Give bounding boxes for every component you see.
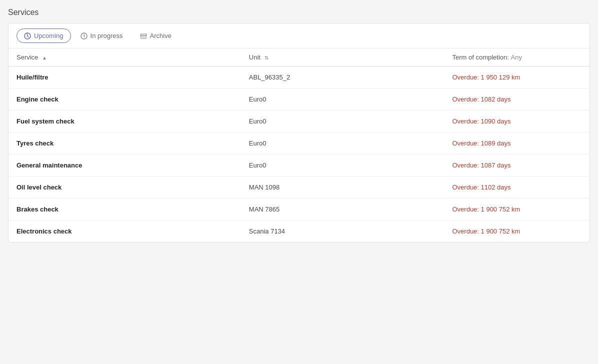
upcoming-icon bbox=[24, 32, 31, 40]
sort-icon: ▲ bbox=[42, 55, 47, 60]
term-cell: Overdue: 1 950 129 km bbox=[444, 66, 590, 88]
service-cell: Huile/filtre bbox=[8, 66, 241, 88]
filter-icon: ⇅ bbox=[264, 55, 268, 60]
unit-name: Euro0 bbox=[249, 162, 266, 169]
tab-bar: Upcoming In progress Archive bbox=[8, 24, 590, 48]
service-name: Oil level check bbox=[16, 184, 62, 191]
unit-cell: Euro0 bbox=[241, 110, 444, 132]
table-row: Huile/filtre ABL_96335_2 Overdue: 1 950 … bbox=[8, 66, 590, 88]
unit-name: Euro0 bbox=[249, 96, 266, 103]
unit-cell: ABL_96335_2 bbox=[241, 66, 444, 88]
unit-cell: MAN 1098 bbox=[241, 176, 444, 198]
tab-upcoming-label: Upcoming bbox=[34, 32, 64, 40]
unit-name: MAN 1098 bbox=[249, 184, 280, 191]
services-table: Service ▲ Unit ⇅ Term of completion: Any bbox=[8, 48, 590, 242]
overdue-status: Overdue: 1 900 752 km bbox=[452, 206, 520, 213]
table-row: Oil level check MAN 1098 Overdue: 1102 d… bbox=[8, 176, 590, 198]
overdue-status: Overdue: 1087 days bbox=[452, 162, 510, 169]
term-cell: Overdue: 1089 days bbox=[444, 132, 590, 154]
term-cell: Overdue: 1 900 752 km bbox=[444, 198, 590, 220]
service-cell: Tyres check bbox=[8, 132, 241, 154]
unit-cell: Scania 7134 bbox=[241, 220, 444, 242]
unit-name: MAN 7865 bbox=[249, 206, 280, 213]
unit-name: Euro0 bbox=[249, 140, 266, 147]
tab-archive[interactable]: Archive bbox=[132, 28, 179, 43]
term-cell: Overdue: 1090 days bbox=[444, 110, 590, 132]
service-name: Electronics check bbox=[16, 228, 72, 235]
col-header-term: Term of completion: Any bbox=[444, 48, 590, 66]
overdue-status: Overdue: 1089 days bbox=[452, 140, 510, 147]
service-cell: General maintenance bbox=[8, 154, 241, 176]
service-cell: Engine check bbox=[8, 88, 241, 110]
table-row: Tyres check Euro0 Overdue: 1089 days bbox=[8, 132, 590, 154]
overdue-status: Overdue: 1082 days bbox=[452, 96, 510, 103]
unit-name: Scania 7134 bbox=[249, 228, 285, 235]
term-cell: Overdue: 1082 days bbox=[444, 88, 590, 110]
term-cell: Overdue: 1 900 752 km bbox=[444, 220, 590, 242]
archive-icon bbox=[140, 32, 147, 40]
service-cell: Electronics check bbox=[8, 220, 241, 242]
service-name: Brakes check bbox=[16, 206, 58, 213]
unit-cell: MAN 7865 bbox=[241, 198, 444, 220]
unit-name: Euro0 bbox=[249, 118, 266, 125]
table-row: General maintenance Euro0 Overdue: 1087 … bbox=[8, 154, 590, 176]
table-row: Fuel system check Euro0 Overdue: 1090 da… bbox=[8, 110, 590, 132]
term-cell: Overdue: 1087 days bbox=[444, 154, 590, 176]
overdue-status: Overdue: 1090 days bbox=[452, 118, 510, 125]
services-card: Upcoming In progress Archive bbox=[8, 23, 590, 242]
overdue-status: Overdue: 1102 days bbox=[452, 184, 510, 191]
overdue-status: Overdue: 1 900 752 km bbox=[452, 228, 520, 235]
tab-upcoming[interactable]: Upcoming bbox=[16, 28, 71, 43]
col-header-unit[interactable]: Unit ⇅ bbox=[241, 48, 444, 66]
service-name: Fuel system check bbox=[16, 118, 74, 125]
service-cell: Brakes check bbox=[8, 198, 241, 220]
in-progress-icon bbox=[80, 32, 88, 40]
services-table-container: Service ▲ Unit ⇅ Term of completion: Any bbox=[8, 48, 590, 242]
tab-archive-label: Archive bbox=[150, 32, 172, 40]
page-title: Services bbox=[8, 8, 590, 17]
service-name: Tyres check bbox=[16, 140, 54, 147]
table-row: Engine check Euro0 Overdue: 1082 days bbox=[8, 88, 590, 110]
col-header-service[interactable]: Service ▲ bbox=[8, 48, 241, 66]
service-cell: Fuel system check bbox=[8, 110, 241, 132]
unit-cell: Euro0 bbox=[241, 132, 444, 154]
tab-in-progress[interactable]: In progress bbox=[73, 28, 130, 43]
table-row: Brakes check MAN 7865 Overdue: 1 900 752… bbox=[8, 198, 590, 220]
unit-cell: Euro0 bbox=[241, 154, 444, 176]
overdue-status: Overdue: 1 950 129 km bbox=[452, 74, 520, 81]
service-name: Engine check bbox=[16, 96, 58, 103]
service-name: General maintenance bbox=[16, 162, 82, 169]
term-cell: Overdue: 1102 days bbox=[444, 176, 590, 198]
unit-cell: Euro0 bbox=[241, 88, 444, 110]
tab-in-progress-label: In progress bbox=[90, 32, 123, 40]
service-cell: Oil level check bbox=[8, 176, 241, 198]
table-row: Electronics check Scania 7134 Overdue: 1… bbox=[8, 220, 590, 242]
service-name: Huile/filtre bbox=[16, 74, 48, 81]
unit-name: ABL_96335_2 bbox=[249, 74, 290, 81]
